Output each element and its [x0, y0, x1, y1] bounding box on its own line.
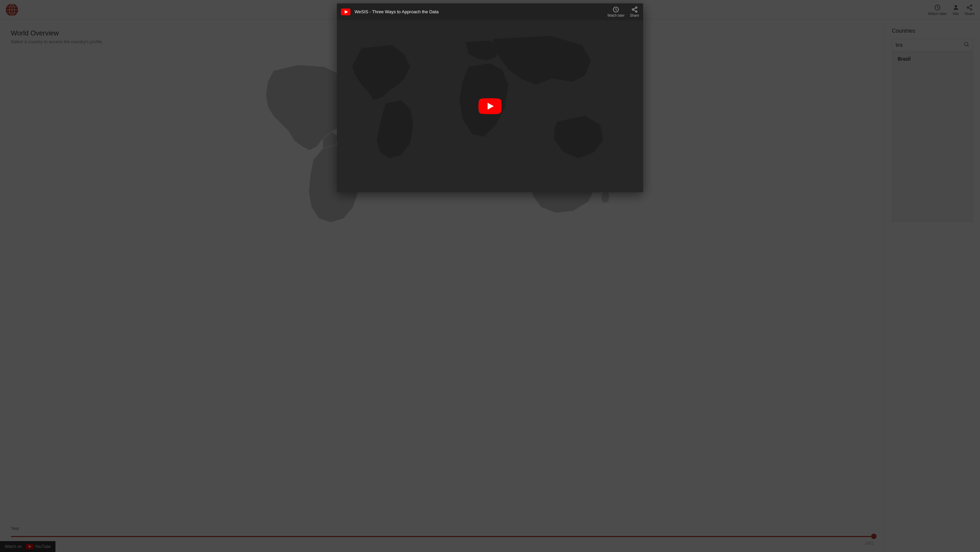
video-area[interactable] [337, 20, 643, 192]
svg-line-18 [633, 10, 636, 11]
svg-point-15 [632, 9, 633, 10]
svg-point-14 [636, 7, 637, 8]
youtube-share-btn[interactable]: Share [630, 6, 639, 17]
youtube-actions: Watch later Share [608, 6, 639, 17]
youtube-logo [341, 8, 350, 15]
svg-line-17 [633, 8, 636, 9]
youtube-player: WeSIS - Three Ways to Approach the Data … [337, 3, 643, 192]
youtube-top-bar: WeSIS - Three Ways to Approach the Data … [337, 3, 643, 20]
youtube-overlay: WeSIS - Three Ways to Approach the Data … [0, 0, 980, 552]
youtube-video-title: WeSIS - Three Ways to Approach the Data [355, 9, 603, 14]
svg-point-16 [636, 11, 637, 12]
youtube-play-btn[interactable] [479, 98, 501, 115]
youtube-watch-later-btn[interactable]: Watch later [608, 6, 624, 17]
